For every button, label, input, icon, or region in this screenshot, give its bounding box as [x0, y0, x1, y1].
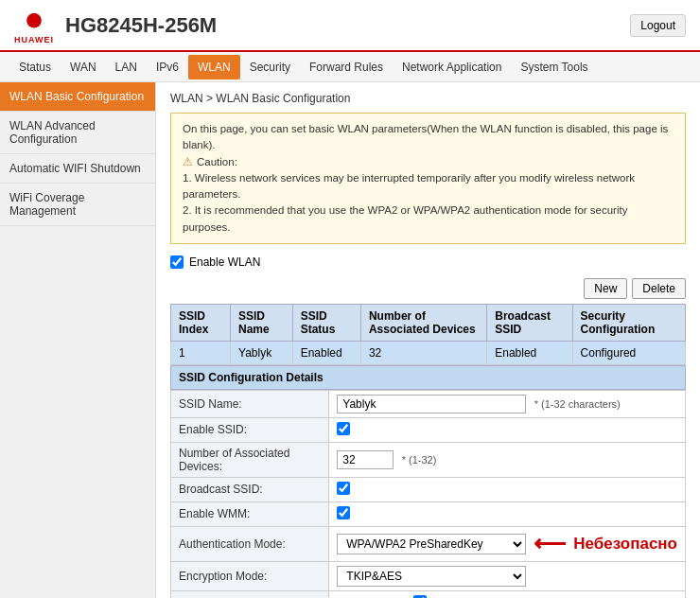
header-left: HUAWEI HG8245H-256M [14, 7, 217, 44]
config-row-wmm: Enable WMM: [171, 501, 686, 526]
ssid-table: SSID Index SSID Name SSID Status Number … [170, 304, 686, 365]
col-ssid-broadcast: Broadcast SSID [487, 304, 572, 341]
cell-security: Configured [572, 341, 685, 364]
sidebar-item-wifi-coverage[interactable]: WiFi Coverage Management [0, 184, 155, 226]
huawei-logo-icon [15, 7, 53, 35]
config-row-enable-ssid: Enable SSID: [171, 417, 686, 442]
config-row-encryption: Encryption Mode: TKIP&AES AES TKIP [171, 561, 686, 590]
broadcast-ssid-checkbox[interactable] [337, 482, 350, 495]
content-area: WLAN > WLAN Basic Configuration On this … [156, 82, 700, 598]
logo-text: HUAWEI [14, 35, 54, 44]
ssid-name-hint: * (1-32 characters) [534, 398, 621, 410]
nav-lan[interactable]: LAN [106, 55, 147, 79]
delete-button[interactable]: Delete [632, 278, 686, 299]
new-button[interactable]: New [584, 278, 627, 299]
col-ssid-devices: Number of Associated Devices [360, 304, 486, 341]
logo-box: HUAWEI [14, 7, 54, 44]
table-row[interactable]: 1 Yablyk Enabled 32 Enabled Configured [171, 341, 686, 364]
config-table: SSID Name: * (1-32 characters) Enable SS… [170, 390, 686, 598]
value-ssid-name: * (1-32 characters) [329, 390, 686, 417]
config-row-auth-mode: Authentication Mode: WPA/WPA2 PreSharedK… [171, 526, 686, 561]
devices-input[interactable] [337, 450, 394, 469]
enable-wlan-checkbox[interactable] [170, 255, 184, 269]
sidebar-item-auto-wifi-shutdown[interactable]: Automatic WIFI Shutdown [0, 154, 155, 184]
label-encryption: Encryption Mode: [171, 561, 329, 590]
config-row-broadcast: Broadcast SSID: [171, 477, 686, 501]
breadcrumb: WLAN > WLAN Basic Configuration [170, 92, 686, 105]
label-devices: Number of Associated Devices: [171, 442, 329, 477]
enable-ssid-checkbox[interactable] [337, 422, 350, 435]
wmm-checkbox[interactable] [337, 506, 350, 519]
enable-wlan-row: Enable WLAN [170, 255, 686, 269]
value-psk: •••••••••• Hide * (8-63 characters or 64… [329, 590, 686, 598]
auth-mode-select[interactable]: WPA/WPA2 PreSharedKey WPA2 PreSharedKey … [337, 534, 526, 554]
encryption-select[interactable]: TKIP&AES AES TKIP [337, 566, 526, 587]
warning-box: On this page, you can set basic WLAN par… [170, 113, 686, 244]
warning-icon: ⚠ [183, 156, 193, 167]
col-ssid-index: SSID Index [171, 304, 231, 341]
value-broadcast [329, 477, 686, 501]
cell-devices: 32 [360, 341, 486, 364]
label-broadcast: Broadcast SSID: [171, 477, 329, 501]
value-enable-ssid [329, 417, 686, 442]
label-auth-mode: Authentication Mode: [171, 526, 329, 561]
unsafe-annotation: Небезопасно [573, 535, 677, 554]
value-encryption: TKIP&AES AES TKIP [329, 561, 686, 590]
nav-status[interactable]: Status [9, 55, 61, 79]
cell-broadcast: Enabled [487, 341, 572, 364]
col-ssid-name: SSID Name [231, 304, 293, 341]
main-layout: WLAN Basic Configuration WLAN Advanced C… [0, 82, 700, 598]
config-row-psk: WPA PreSharedKey: •••••••••• Hide * (8-6… [171, 590, 686, 598]
warning-caution: ⚠Caution: [183, 154, 674, 170]
config-section-header: SSID Configuration Details [170, 365, 686, 390]
nav-ipv6[interactable]: IPv6 [147, 55, 188, 79]
warning-line2: 2. It is recommended that you use the WP… [183, 202, 674, 236]
main-nav: Status WAN LAN IPv6 WLAN Security Forwar… [0, 52, 700, 82]
label-enable-ssid: Enable SSID: [171, 417, 329, 442]
warning-title: On this page, you can set basic WLAN par… [183, 121, 674, 154]
sidebar: WLAN Basic Configuration WLAN Advanced C… [0, 82, 156, 598]
enable-wlan-label: Enable WLAN [189, 255, 260, 269]
sidebar-item-wlan-basic[interactable]: WLAN Basic Configuration [0, 82, 155, 112]
ssid-name-input[interactable] [337, 395, 526, 413]
cell-status: Enabled [292, 341, 360, 364]
table-controls: New Delete [170, 278, 686, 299]
config-row-ssid-name: SSID Name: * (1-32 characters) [171, 390, 686, 417]
nav-system-tools[interactable]: System Tools [511, 55, 597, 79]
cell-name: Yablyk [231, 341, 293, 364]
col-ssid-status: SSID Status [292, 304, 360, 341]
device-title: HG8245H-256M [65, 13, 217, 38]
sidebar-item-wlan-advanced[interactable]: WLAN Advanced Configuration [0, 112, 155, 154]
logout-button[interactable]: Logout [630, 14, 686, 37]
value-auth-mode: WPA/WPA2 PreSharedKey WPA2 PreSharedKey … [329, 526, 686, 561]
nav-network-application[interactable]: Network Application [393, 55, 511, 79]
nav-forward-rules[interactable]: Forward Rules [300, 55, 393, 79]
col-ssid-security: Security Configuration [572, 304, 685, 341]
config-row-devices: Number of Associated Devices: * (1-32) [171, 442, 686, 477]
header: HUAWEI HG8245H-256M Logout [0, 0, 700, 52]
nav-wlan[interactable]: WLAN [188, 55, 240, 79]
label-ssid-name: SSID Name: [171, 390, 329, 417]
nav-wan[interactable]: WAN [61, 55, 106, 79]
nav-security[interactable]: Security [240, 55, 300, 79]
red-arrow-icon: ⟵ [534, 531, 566, 557]
value-devices: * (1-32) [329, 442, 686, 477]
label-psk: WPA PreSharedKey: [171, 590, 329, 598]
devices-hint: * (1-32) [402, 454, 437, 466]
warning-line1: 1. Wireless network services may be inte… [183, 170, 674, 203]
value-wmm [329, 501, 686, 526]
label-wmm: Enable WMM: [171, 501, 329, 526]
cell-index: 1 [171, 341, 231, 364]
